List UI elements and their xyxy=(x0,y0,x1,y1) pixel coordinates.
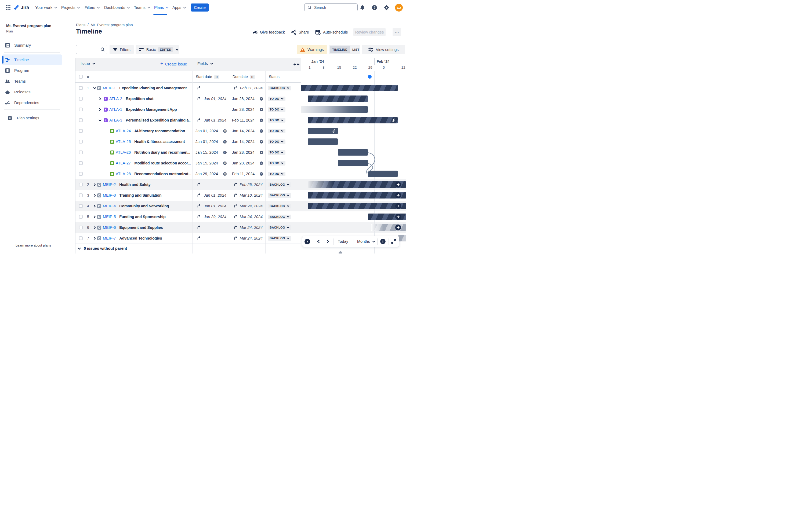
svg-text:?: ? xyxy=(373,6,376,10)
